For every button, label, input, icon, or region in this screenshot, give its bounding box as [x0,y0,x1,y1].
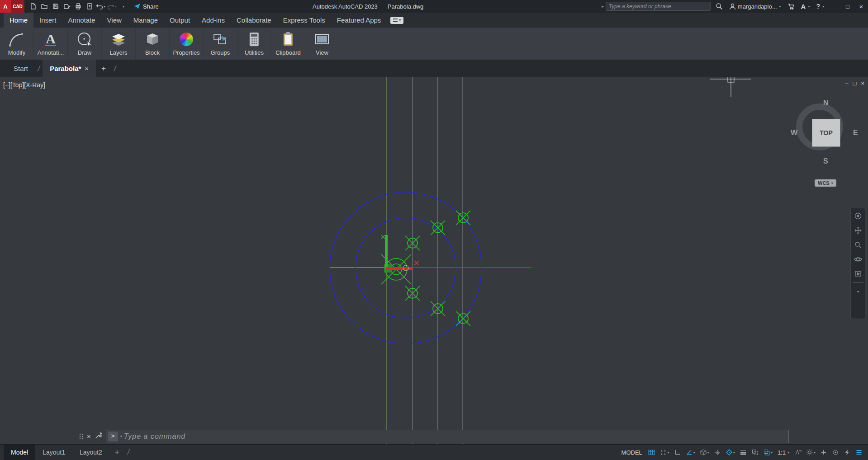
transparency-toggle[interactable] [749,448,760,457]
model-space-button[interactable]: MODEL [619,448,645,457]
annotation-scale-button[interactable]: 1:1 ▾ [775,448,792,457]
window-maximize-button[interactable]: □ [841,0,854,13]
ribbon-panel-block[interactable]: Block [136,28,170,60]
ribbon-panel-draw[interactable]: Draw [68,28,102,60]
autodesk-app-button[interactable]: A ▾ [798,0,813,13]
viewport-restore-button[interactable]: □ [853,80,857,87]
ribbon-tab-collaborate[interactable]: Collaborate [231,13,277,28]
ribbon-panel-groups[interactable]: Groups [204,28,237,60]
ribbon-panel-annotation[interactable]: A Annotati... [34,28,68,60]
viewport-minimize-button[interactable]: – [845,80,848,87]
layout-tab-model[interactable]: Model [4,445,35,460]
ribbon-panel-modify[interactable]: Modify [0,28,34,60]
share-button[interactable]: Share [133,3,159,10]
wcs-selector[interactable]: WCS ▾ [815,179,836,187]
grid-toggle[interactable] [646,448,657,457]
status-customize-button[interactable] [818,448,829,457]
save-button[interactable] [50,0,61,12]
object-snap-toggle[interactable]: ▾ [724,448,737,457]
lineweight-toggle[interactable] [738,448,749,457]
keyword-search-input[interactable] [609,2,707,10]
ribbon-tab-addins[interactable]: Add-ins [196,13,231,28]
isodraft-toggle[interactable]: ▾ [698,448,711,457]
command-history-caret-icon[interactable]: ▾ [120,434,122,438]
model-space-canvas[interactable] [0,77,868,444]
ribbon-tab-insert[interactable]: Insert [33,13,62,28]
new-layout-button[interactable]: + [109,448,125,457]
viewport-controls-label[interactable]: [−][Top][X-Ray] [3,81,45,89]
ucs-icon[interactable] [381,235,419,272]
workspace-switching-button[interactable]: ▾ [804,448,817,457]
help-button[interactable]: ? ▾ [813,0,827,13]
nav-wheel-button[interactable] [852,210,864,222]
navbar-menu-button[interactable]: ▾ [852,286,864,297]
model-space-viewport[interactable]: [−][Top][X-Ray] – □ × N W E S TOP WCS ▾ … [0,77,868,444]
ribbon-tab-output[interactable]: Output [164,13,196,28]
ribbon-panel-view[interactable]: View [305,28,339,60]
clean-screen-button[interactable] [854,448,864,457]
new-file-button[interactable] [27,0,38,12]
isolate-objects-button[interactable] [830,448,841,457]
file-tab-parabola[interactable]: Parabola* × [43,60,96,77]
layout-tab-layout2[interactable]: Layout2 [72,445,109,460]
viewport-close-button[interactable]: × [861,80,864,87]
window-close-button[interactable]: × [854,0,868,13]
ribbon-tab-manage[interactable]: Manage [128,13,164,28]
annotation-autoscale-toggle[interactable] [792,448,803,457]
command-line-close-button[interactable]: × [87,432,91,440]
file-tab-start[interactable]: Start [6,60,35,77]
command-input[interactable] [124,432,788,441]
search-expand-icon[interactable]: ▸ [602,4,604,9]
user-name: margaridaplo... [738,3,777,10]
qat-customize-button[interactable]: ▾ [118,0,129,12]
user-account-button[interactable]: margaridaplo... ▾ [726,0,784,13]
viewcube-south[interactable]: S [823,157,828,165]
object-snap-tracking-toggle[interactable] [712,448,723,457]
ribbon-tab-view[interactable]: View [101,13,128,28]
command-line-grip[interactable] [79,433,83,440]
snap-toggle[interactable]: ▾ [658,448,671,457]
showmotion-button[interactable] [852,268,864,280]
undo-button[interactable]: ▾ [95,0,106,12]
orbit-button[interactable] [852,253,864,265]
point-marker-5[interactable] [431,301,445,316]
point-marker-3[interactable] [405,236,420,250]
polar-tracking-toggle[interactable]: ▾ [684,448,697,457]
point-marker-4[interactable] [405,286,420,300]
ribbon-panel-properties[interactable]: Properties [170,28,204,60]
viewcube-east[interactable]: E [853,129,858,137]
ribbon-tab-annotate[interactable]: Annotate [62,13,101,28]
zoom-button[interactable] [852,239,864,251]
ribbon-panel-layers[interactable]: Layers [102,28,136,60]
ribbon-tab-featured-apps[interactable]: Featured Apps [331,13,387,28]
window-minimize-button[interactable]: – [827,0,841,13]
viewcube-north[interactable]: N [823,99,829,107]
ortho-toggle[interactable] [672,448,683,457]
autocad-logo[interactable]: A CAD [0,0,24,13]
redo-button[interactable]: ▾ [106,0,118,12]
layout-tab-layout1[interactable]: Layout1 [35,445,72,460]
search-button[interactable] [712,0,726,13]
plot-button[interactable] [72,0,84,12]
ribbon-tab-express-tools[interactable]: Express Tools [277,13,331,28]
viewcube-top-face[interactable]: TOP [812,119,840,147]
open-file-button[interactable] [38,0,50,12]
pan-button[interactable] [852,225,864,236]
file-tab-close-icon[interactable]: × [85,65,89,72]
ribbon-panel-utilities[interactable]: Utilities [237,28,271,60]
command-prompt-icon[interactable]: > [108,432,118,441]
point-marker-1[interactable] [456,211,470,225]
viewcube-west[interactable]: W [791,129,797,137]
point-marker-2[interactable] [431,221,445,235]
sheet-set-button[interactable] [84,0,95,12]
ribbon-panel-clipboard[interactable]: Clipboard [271,28,305,60]
ribbon-display-options-button[interactable]: ▾ [390,17,403,24]
selection-cycling-toggle[interactable]: ▾ [761,448,774,457]
point-marker-6[interactable] [456,311,470,326]
ribbon-tab-home[interactable]: Home [4,13,33,28]
command-line-customize-button[interactable] [95,432,102,441]
graphics-performance-button[interactable] [842,448,853,457]
new-drawing-tab-button[interactable]: + [96,60,111,77]
save-as-button[interactable] [61,0,72,12]
cart-button[interactable] [784,0,798,13]
